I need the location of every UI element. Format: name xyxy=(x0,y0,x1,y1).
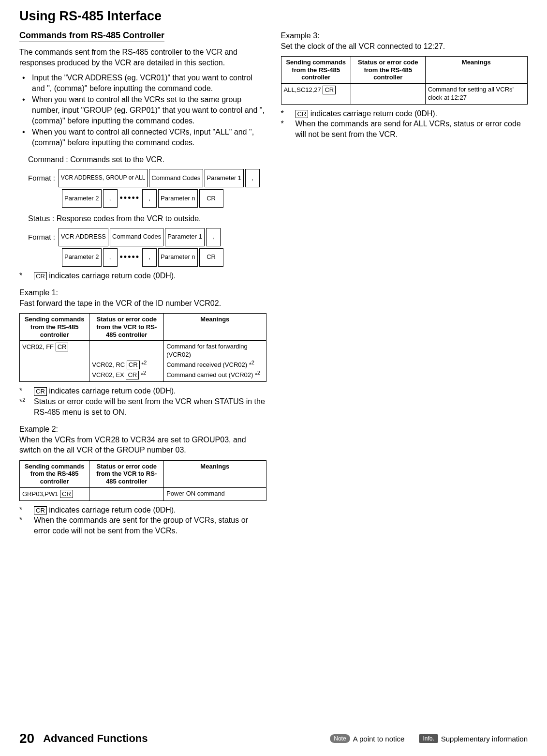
table-row: GRP03,PW1 CR Power ON command xyxy=(20,487,266,500)
note-list: *CR indicates carriage return code (0DH)… xyxy=(281,108,528,140)
note-cr: *CR indicates carriage return code (0DH)… xyxy=(19,271,266,281)
format-box-address: VCR ADDRESS, GROUP or ALL xyxy=(59,169,148,187)
format-box-comma: , xyxy=(245,169,260,187)
format-box-comma: , xyxy=(142,248,157,267)
note-group: *When the commands are sent for the grou… xyxy=(19,515,266,536)
example3-body: Set the clock of the all VCR connected t… xyxy=(281,41,528,52)
table-header: Meanings xyxy=(164,460,266,487)
table-row: ALL,SC12,27 CR Command for setting all V… xyxy=(281,83,528,104)
note-all: *When the commands are send for ALL VCRs… xyxy=(281,119,528,139)
table-cell-send: ALL,SC12,27 CR xyxy=(281,83,351,104)
status-format-row2: Parameter 2 , ••••• , Parameter n CR xyxy=(62,248,266,267)
example2-table: Sending commands from the RS-485 control… xyxy=(19,460,266,501)
bullet-list: Input the "VCR ADDRESS (eg. VCR01)" that… xyxy=(19,73,266,148)
table-header: Sending commands from the RS-485 control… xyxy=(281,57,351,84)
list-item: Input the "VCR ADDRESS (eg. VCR01)" that… xyxy=(19,73,266,93)
cr-symbol: CR xyxy=(126,371,139,379)
section-heading: Commands from RS-485 Controller xyxy=(19,30,164,42)
format-box-codes: Command Codes xyxy=(110,228,163,246)
list-item: When you want to control all the VCRs se… xyxy=(19,94,266,126)
intro-text: The commands sent from the RS-485 contro… xyxy=(19,47,266,68)
cr-symbol: CR xyxy=(296,110,309,119)
note-cr: *CR indicates carriage return code (0DH)… xyxy=(19,386,266,396)
format-box-cr: CR xyxy=(199,189,223,208)
cr-symbol: CR xyxy=(34,272,47,281)
format-box-comma: , xyxy=(103,248,118,267)
table-cell-status xyxy=(351,83,425,104)
status-label: Status : Response codes from the VCR to … xyxy=(28,213,266,224)
right-column: Example 3: Set the clock of the all VCR … xyxy=(281,30,528,543)
page-title: Using RS-485 Interface xyxy=(19,9,528,24)
format-box-cr: CR xyxy=(199,248,223,267)
table-header: Status or error code from the VCR to RS-… xyxy=(89,314,164,341)
info-badge-icon: Info. xyxy=(419,734,438,743)
status-format-row1: Format : VCR ADDRESS Command Codes Param… xyxy=(28,228,266,246)
example2-body: When the VCRs from VCR28 to VCR34 are se… xyxy=(19,435,266,455)
cr-symbol: CR xyxy=(127,361,140,369)
note-cr: *CR indicates carriage return code (0DH)… xyxy=(19,505,266,515)
note-badge-icon: Note xyxy=(330,734,350,743)
table-header: Status or error code from the RS-485 con… xyxy=(351,57,425,84)
note-list: *CR indicates carriage return code (0DH)… xyxy=(19,386,266,417)
list-item: When you want to control all connected V… xyxy=(19,127,266,148)
cr-symbol: CR xyxy=(34,506,47,515)
info-badge-text: Supplementary information xyxy=(441,735,528,743)
format-box-param1: Parameter 1 xyxy=(205,169,244,187)
format-box-comma: , xyxy=(103,189,118,208)
note-list: *CR indicates carriage return code (0DH)… xyxy=(19,505,266,536)
example3-title: Example 3: xyxy=(281,30,528,41)
table-cell-meanings: Command for fast forwarding (VCR02) Comm… xyxy=(164,341,266,382)
format-box-address: VCR ADDRESS xyxy=(59,228,108,246)
format-label: Format : xyxy=(28,233,55,241)
format-box-comma: , xyxy=(142,189,157,208)
page-number: 20 xyxy=(19,731,34,746)
format-box-param2: Parameter 2 xyxy=(62,189,102,208)
table-header: Meanings xyxy=(164,314,266,341)
ellipsis-icon: ••••• xyxy=(119,252,141,262)
cr-symbol: CR xyxy=(56,343,69,351)
example1-title: Example 1: xyxy=(19,287,266,298)
format-box-param1: Parameter 1 xyxy=(165,228,205,246)
cr-symbol: CR xyxy=(34,387,47,396)
format-box-paramn: Parameter n xyxy=(158,189,198,208)
command-label: Command : Commands set to the VCR. xyxy=(28,154,266,165)
example1-table: Sending commands from the RS-485 control… xyxy=(19,313,266,382)
page-footer: 20 Advanced Functions Note A point to no… xyxy=(0,731,547,746)
note-badge-text: A point to notice xyxy=(353,735,405,743)
table-cell-send: VCR02, FF CR xyxy=(20,341,89,382)
command-format-row1: Format : VCR ADDRESS, GROUP or ALL Comma… xyxy=(28,169,266,187)
example1-body: Fast forward the tape in the VCR of the … xyxy=(19,298,266,309)
table-row: VCR02, FF CR VCR02, RC CR *2 VCR02, EX C… xyxy=(20,341,266,382)
table-header: Sending commands from the RS-485 control… xyxy=(20,314,89,341)
note-status: *2Status or error code will be sent from… xyxy=(19,396,266,417)
table-cell-send: GRP03,PW1 CR xyxy=(20,487,89,500)
format-box-codes: Command Codes xyxy=(149,169,203,187)
format-box-comma: , xyxy=(206,228,221,246)
format-box-paramn: Parameter n xyxy=(158,248,198,267)
table-cell-status: VCR02, RC CR *2 VCR02, EX CR *2 xyxy=(89,341,164,382)
table-cell-status xyxy=(89,487,164,500)
format-box-param2: Parameter 2 xyxy=(62,248,102,267)
table-header: Meanings xyxy=(425,57,527,84)
table-header: Sending commands from the RS-485 control… xyxy=(20,460,89,487)
format-label: Format : xyxy=(28,174,55,182)
section-name: Advanced Functions xyxy=(43,732,148,745)
left-column: Commands from RS-485 Controller The comm… xyxy=(19,30,266,543)
cr-symbol: CR xyxy=(323,86,336,94)
table-cell-meanings: Command for setting all VCRs' clock at 1… xyxy=(425,83,527,104)
note-list: *CR indicates carriage return code (0DH)… xyxy=(19,271,266,281)
table-header: Status or error code from the VCR to RS-… xyxy=(89,460,164,487)
cr-symbol: CR xyxy=(60,490,73,499)
table-cell-meanings: Power ON command xyxy=(164,487,266,500)
note-cr: *CR indicates carriage return code (0DH)… xyxy=(281,108,528,119)
example2-title: Example 2: xyxy=(19,424,266,435)
ellipsis-icon: ••••• xyxy=(119,193,141,203)
example3-table: Sending commands from the RS-485 control… xyxy=(281,56,528,105)
command-format-row2: Parameter 2 , ••••• , Parameter n CR xyxy=(62,189,266,208)
